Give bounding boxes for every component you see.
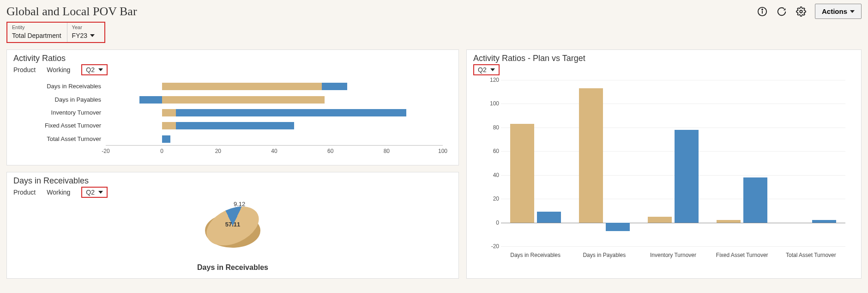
chevron-down-icon [490,68,495,71]
chart-x-tick: 40 [271,148,277,154]
chart-x-tick: 0 [160,148,163,154]
panel-days-receivables: Days in Receivables Product Working Q2 9… [6,172,459,279]
chart-bar-segment [176,109,406,116]
actions-button[interactable]: Actions [815,4,862,19]
chart-bar [537,212,561,222]
chart-bar-segment [162,83,322,90]
panel-activity-ratios: Activity Ratios Product Working Q2 -2002… [6,49,459,165]
chart-y-tick: 60 [481,148,499,154]
actions-label: Actions [822,7,847,15]
pov-product[interactable]: Product [13,66,36,73]
chart-x-tick: 20 [215,148,221,154]
chart-x-tick: 100 [438,148,447,154]
pov-period-value: Q2 [478,66,487,73]
chart-bar [675,130,699,223]
chevron-down-icon [90,34,95,37]
chart-y-tick: 120 [481,77,499,83]
gear-icon[interactable] [796,6,807,17]
svg-point-2 [762,9,763,10]
pie-caption: Days in Receivables [197,263,268,272]
receivables-pie-chart: 9.12 57.11 Days in Receivables [13,202,452,272]
plan-vs-target-chart: -20020406080100120Days in ReceivablesDay… [473,80,855,265]
activity-ratios-chart: -20020406080100 Days in ReceivablesDays … [13,80,452,159]
chart-bar-group: Days in Payables [574,80,634,246]
chart-bar [717,220,741,222]
local-pov-bar: Product Working Q2 [13,64,452,75]
info-icon[interactable] [757,6,768,17]
pov-period-select[interactable]: Q2 [81,64,108,75]
chart-x-label: Total Asset Turnover [778,252,843,258]
chart-bar-segment [139,96,162,104]
local-pov-bar: Product Working Q2 [13,187,452,198]
chart-bar-segment [162,135,170,143]
chart-x-tick: 60 [327,148,333,154]
chart-bar [648,217,672,223]
panel-plan-vs-target: Activity Ratios - Plan vs Target Q2 -200… [466,49,862,279]
chart-bar-segment [162,109,176,116]
chart-bar [812,220,836,222]
page-title: Global and Local POV Bar [6,5,757,18]
chart-bar [579,88,603,223]
chart-category-label: Days in Receivables [13,83,101,90]
chart-y-tick: 20 [481,195,499,202]
chart-y-tick: 40 [481,172,499,178]
dashboard: Activity Ratios Product Working Q2 -2002… [0,43,868,285]
panel-title: Days in Receivables [13,176,452,186]
chart-bar-group: Days in Receivables [506,80,566,246]
chart-x-label: Inventory Turnover [641,252,705,258]
pov-year-value: FY23 [72,32,87,39]
chart-category-label: Days in Payables [13,96,101,103]
chart-category-label: Inventory Turnover [13,109,101,116]
chart-x-label: Days in Receivables [503,252,568,258]
global-pov-bar: Entity Total Department Year FY23 [6,22,105,43]
chevron-down-icon [98,68,103,71]
pov-year[interactable]: Year FY23 [67,23,104,42]
local-pov-bar: Q2 [473,64,855,75]
pov-entity-value: Total Department [12,32,61,39]
left-column: Activity Ratios Product Working Q2 -2002… [6,49,459,279]
chevron-down-icon [850,10,855,13]
pov-product[interactable]: Product [13,189,36,196]
chart-bar-segment [176,122,294,129]
chart-bar [510,124,534,222]
panel-title: Activity Ratios [13,54,452,63]
chart-bar [606,223,630,231]
chart-bar-segment [322,83,347,90]
pov-period-value: Q2 [86,66,95,73]
pie-center-label: 57.11 [205,221,260,228]
panel-title: Activity Ratios - Plan vs Target [473,54,855,63]
pov-year-label: Year [72,24,99,30]
chart-y-tick: 80 [481,124,499,131]
chart-y-tick: 100 [481,100,499,107]
chart-x-label: Fixed Asset Turnover [710,252,774,258]
chart-bar-group: Fixed Asset Turnover [712,80,772,246]
chart-bar-segment [162,122,176,129]
chart-bar-group: Inventory Turnover [643,80,703,246]
chart-bar-group: Total Asset Turnover [781,80,841,246]
pov-period-select[interactable]: Q2 [81,187,108,198]
chart-bar [743,177,767,223]
chart-category-label: Total Asset Turnover [13,135,101,142]
chart-x-tick: -20 [102,148,109,154]
chart-x-tick: 80 [384,148,390,154]
header-toolbar: Actions [757,4,862,19]
chart-y-tick: 0 [481,220,499,226]
svg-point-3 [800,10,802,13]
chart-bar-segment [162,96,325,104]
pov-period-select[interactable]: Q2 [473,64,500,75]
chevron-down-icon [98,191,103,194]
chart-y-tick: -20 [481,243,499,250]
right-column: Activity Ratios - Plan vs Target Q2 -200… [466,49,862,279]
refresh-icon[interactable] [776,6,787,17]
pov-working[interactable]: Working [47,66,70,73]
pov-entity[interactable]: Entity Total Department [7,23,67,42]
pov-period-value: Q2 [86,189,95,196]
pie-slice-label: 9.12 [234,201,245,208]
chart-category-label: Fixed Asset Turnover [13,122,101,129]
chart-x-label: Days in Payables [572,252,637,258]
header: Global and Local POV Bar Actions [0,0,868,19]
pov-entity-label: Entity [12,24,61,30]
pov-working[interactable]: Working [47,189,70,196]
